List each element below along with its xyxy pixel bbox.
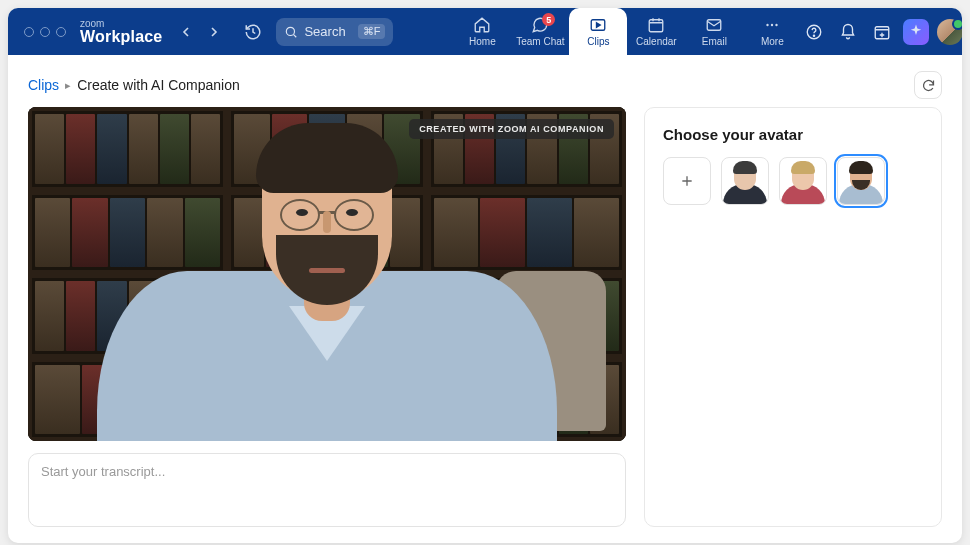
tab-clips-label: Clips — [587, 36, 609, 47]
traffic-close[interactable] — [24, 27, 34, 37]
svg-point-10 — [771, 24, 773, 26]
chat-badge: 5 — [542, 13, 555, 26]
preview-person — [117, 121, 537, 441]
search-shortcut: ⌘F — [358, 24, 386, 39]
breadcrumb-sep-icon: ▸ — [65, 79, 71, 92]
preview-badge: CREATED WITH ZOOM AI COMPANION — [409, 119, 614, 139]
tab-calendar[interactable]: Calendar — [627, 8, 685, 55]
calendar-icon — [647, 16, 665, 34]
history-button[interactable] — [238, 19, 268, 45]
avatar-thumb — [722, 158, 768, 204]
traffic-minimize[interactable] — [40, 27, 50, 37]
logo-big: Workplace — [80, 28, 162, 45]
refresh-icon — [921, 78, 936, 93]
svg-line-1 — [294, 34, 297, 37]
avatar-preview: CREATED WITH ZOOM AI COMPANION — [28, 107, 626, 441]
app-window: zoom Workplace Search ⌘F Home 5 T — [8, 8, 962, 543]
avatar-thumb — [780, 158, 826, 204]
tab-more-label: More — [761, 36, 784, 47]
profile-avatar[interactable] — [937, 19, 962, 45]
email-icon — [705, 16, 723, 34]
avatar-option-woman-blond[interactable] — [779, 157, 827, 205]
tab-calendar-label: Calendar — [636, 36, 677, 47]
tab-email[interactable]: Email — [685, 8, 743, 55]
add-avatar-button[interactable] — [663, 157, 711, 205]
search-icon — [284, 25, 298, 39]
transcript-input[interactable] — [41, 464, 613, 516]
avatar-panel: Choose your avatar — [644, 107, 942, 527]
refresh-button[interactable] — [914, 71, 942, 99]
svg-rect-4 — [650, 20, 664, 32]
topbar-right — [801, 19, 962, 45]
svg-point-9 — [767, 24, 769, 26]
search-box[interactable]: Search ⌘F — [276, 18, 393, 46]
left-column: CREATED WITH ZOOM AI COMPANION — [28, 107, 626, 527]
tab-home-label: Home — [469, 36, 496, 47]
clips-icon — [589, 16, 607, 34]
bell-icon — [839, 23, 857, 41]
breadcrumb-root[interactable]: Clips — [28, 77, 59, 93]
more-icon — [763, 16, 781, 34]
sparkle-icon — [907, 23, 925, 41]
avatar-list — [663, 157, 923, 205]
avatar-option-man-beard[interactable] — [837, 157, 885, 205]
plus-icon — [679, 173, 695, 189]
tab-clips[interactable]: Clips — [569, 8, 627, 55]
breadcrumb: Clips ▸ Create with AI Companion — [28, 77, 240, 93]
svg-point-0 — [287, 27, 295, 35]
tab-home[interactable]: Home — [453, 8, 511, 55]
app-logo: zoom Workplace — [80, 19, 162, 45]
nav-back[interactable] — [172, 20, 200, 44]
content: CREATED WITH ZOOM AI COMPANION Choose yo… — [8, 107, 962, 543]
avatar-thumb — [838, 158, 884, 204]
help-icon — [805, 23, 823, 41]
calendar-plus-icon — [873, 23, 891, 41]
topbar: zoom Workplace Search ⌘F Home 5 T — [8, 8, 962, 55]
tab-more[interactable]: More — [743, 8, 801, 55]
schedule-button[interactable] — [869, 19, 895, 45]
nav-forward[interactable] — [200, 20, 228, 44]
breadcrumb-current: Create with AI Companion — [77, 77, 240, 93]
svg-point-11 — [776, 24, 778, 26]
ai-companion-button[interactable] — [903, 19, 929, 45]
main-tabs: Home 5 Team Chat Clips Calendar Email — [453, 8, 801, 55]
subheader: Clips ▸ Create with AI Companion — [8, 55, 962, 107]
search-placeholder: Search — [304, 24, 345, 39]
transcript-box[interactable] — [28, 453, 626, 527]
svg-marker-3 — [597, 23, 601, 28]
avatar-option-man-suit[interactable] — [721, 157, 769, 205]
notifications-button[interactable] — [835, 19, 861, 45]
traffic-zoom[interactable] — [56, 27, 66, 37]
right-column: Choose your avatar — [644, 107, 942, 527]
svg-point-13 — [814, 35, 815, 36]
tab-email-label: Email — [702, 36, 727, 47]
help-button[interactable] — [801, 19, 827, 45]
tab-team-chat[interactable]: 5 Team Chat — [511, 8, 569, 55]
home-icon — [473, 16, 491, 34]
avatar-panel-title: Choose your avatar — [663, 126, 923, 143]
window-controls — [16, 27, 74, 37]
tab-chat-label: Team Chat — [516, 36, 564, 47]
